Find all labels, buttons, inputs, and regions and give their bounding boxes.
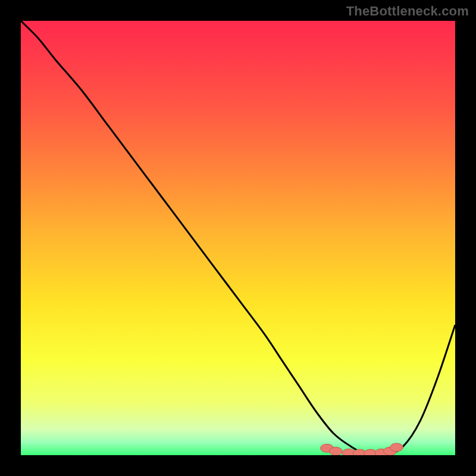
background-gradient (21, 21, 455, 455)
watermark-text: TheBottleneck.com (346, 4, 469, 19)
chart-frame: TheBottleneck.com (0, 0, 476, 476)
plot-area (21, 21, 455, 455)
